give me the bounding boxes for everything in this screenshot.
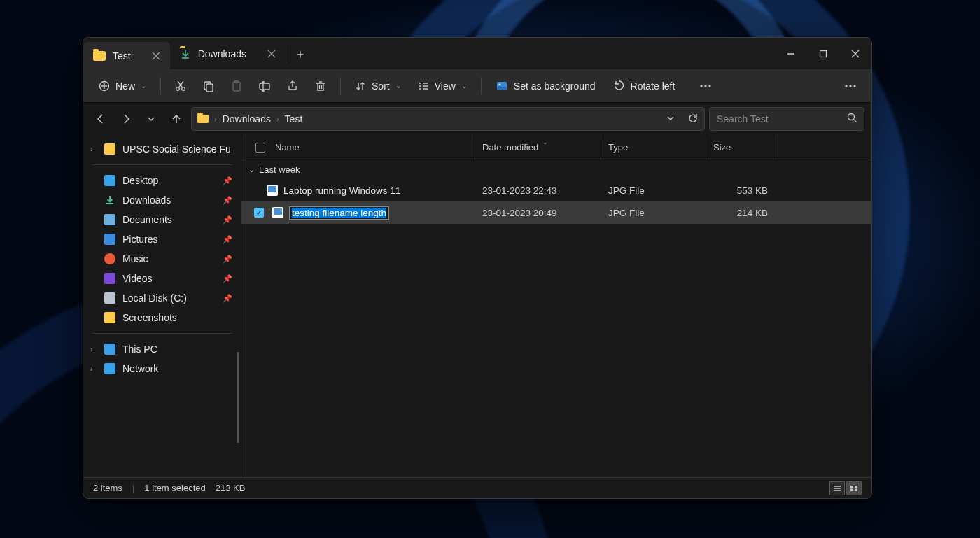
file-row[interactable]: ✓ testing filename length 23-01-2023 20:… — [241, 201, 872, 224]
folder-icon — [104, 143, 115, 155]
address-dropdown-button[interactable] — [666, 113, 675, 125]
sidebar-item-music[interactable]: Music📌 — [83, 249, 241, 269]
thumbnails-view-button[interactable] — [846, 481, 862, 495]
selection-size: 213 KB — [216, 483, 246, 493]
more-options-button[interactable] — [693, 73, 718, 99]
close-button[interactable] — [839, 38, 872, 69]
delete-button[interactable] — [308, 73, 333, 99]
chevron-down-icon: ⌄ — [461, 82, 467, 90]
pin-icon: 📌 — [223, 196, 232, 205]
rotate-left-label: Rotate left — [631, 80, 676, 92]
sidebar-item-upsc[interactable]: › UPSC Social Science Fu — [83, 139, 241, 159]
search-input[interactable] — [717, 113, 847, 125]
column-header-size[interactable]: Size — [706, 135, 774, 160]
share-button[interactable] — [280, 73, 305, 99]
new-tab-button[interactable]: ＋ — [286, 38, 314, 69]
file-name: Laptop running Windows 11 — [284, 185, 400, 196]
sidebar-item-network[interactable]: ›Network — [83, 359, 241, 378]
sidebar-item-screenshots[interactable]: Screenshots — [83, 308, 241, 327]
sidebar-item-videos[interactable]: Videos📌 — [83, 269, 241, 288]
svg-point-13 — [709, 85, 711, 87]
maximize-button[interactable] — [807, 38, 839, 69]
sidebar-item-label: Network — [122, 363, 158, 374]
chevron-down-icon: ⌄ — [396, 82, 401, 90]
search-box[interactable] — [709, 107, 864, 131]
sidebar-item-local-disk[interactable]: Local Disk (C:)📌 — [83, 288, 241, 308]
row-checkbox[interactable]: ✓ — [254, 208, 264, 218]
column-header-name[interactable]: Name — [241, 135, 475, 160]
copy-button[interactable] — [196, 73, 221, 99]
sort-label: Sort — [372, 80, 390, 92]
column-headers: Name Date modified ⌄ Type Size — [241, 135, 872, 160]
svg-rect-21 — [855, 488, 858, 491]
toolbar: New ⌄ Sort ⌄ View ⌄ Set as background Ro… — [83, 69, 872, 103]
view-label: View — [435, 80, 456, 92]
sidebar-item-label: Music — [122, 253, 148, 264]
refresh-button[interactable] — [687, 113, 699, 126]
sidebar-item-desktop[interactable]: Desktop📌 — [83, 171, 241, 190]
set-background-label: Set as background — [514, 80, 596, 92]
desktop-icon — [104, 175, 115, 186]
select-all-checkbox[interactable] — [255, 143, 265, 153]
rotate-left-button[interactable]: Rotate left — [606, 76, 682, 97]
download-icon — [104, 194, 115, 206]
chevron-right-icon[interactable]: › — [90, 345, 93, 353]
new-button[interactable]: New ⌄ — [92, 76, 153, 96]
address-bar[interactable]: › Downloads › Test — [191, 107, 705, 131]
sidebar-item-pictures[interactable]: Pictures📌 — [83, 229, 241, 249]
rename-button[interactable] — [252, 73, 277, 99]
close-tab-icon[interactable] — [152, 52, 160, 60]
status-bar: 2 items | 1 item selected 213 KB — [83, 477, 872, 498]
file-list-area: Name Date modified ⌄ Type Size ⌄ Last we… — [241, 135, 872, 477]
file-date: 23-01-2023 20:49 — [475, 208, 601, 218]
chevron-right-icon[interactable]: › — [90, 145, 93, 153]
navbar: › Downloads › Test — [83, 103, 872, 135]
svg-point-17 — [848, 114, 855, 120]
cut-button[interactable] — [168, 73, 193, 99]
sidebar: › UPSC Social Science Fu Desktop📌 Downlo… — [83, 135, 241, 477]
view-button[interactable]: View ⌄ — [411, 76, 474, 96]
forward-button[interactable] — [115, 108, 136, 129]
jpg-file-icon — [272, 207, 284, 218]
file-name: testing filename length — [292, 208, 386, 218]
set-background-button[interactable]: Set as background — [489, 76, 603, 97]
sidebar-item-downloads[interactable]: Downloads📌 — [83, 190, 241, 210]
sidebar-item-documents[interactable]: Documents📌 — [83, 210, 241, 229]
pin-icon: 📌 — [223, 294, 232, 303]
sidebar-item-label: Downloads — [122, 194, 171, 206]
chevron-down-icon: ⌄ — [248, 165, 255, 174]
column-header-type[interactable]: Type — [601, 135, 706, 160]
breadcrumb-item[interactable]: Test — [285, 113, 303, 125]
chevron-right-icon[interactable]: › — [90, 364, 93, 373]
details-view-button[interactable] — [830, 481, 845, 495]
svg-rect-5 — [206, 84, 213, 92]
file-size: 553 KB — [706, 185, 774, 196]
pin-icon: 📌 — [223, 215, 232, 225]
recent-locations-button[interactable] — [141, 108, 162, 129]
breadcrumb-item[interactable]: Downloads — [223, 113, 271, 125]
svg-point-16 — [853, 85, 855, 87]
up-button[interactable] — [166, 108, 187, 129]
sidebar-item-this-pc[interactable]: ›This PC — [83, 339, 241, 359]
titlebar-drag-area[interactable] — [314, 38, 775, 69]
item-count: 2 items — [93, 483, 122, 493]
sidebar-scrollbar[interactable] — [237, 352, 239, 443]
tab-downloads[interactable]: Downloads — [170, 38, 286, 69]
group-label: Last week — [259, 164, 300, 175]
column-header-date[interactable]: Date modified ⌄ — [475, 135, 601, 160]
sort-button[interactable]: Sort ⌄ — [348, 76, 408, 96]
svg-rect-19 — [855, 486, 858, 488]
svg-rect-18 — [850, 486, 853, 488]
overflow-button[interactable] — [838, 73, 863, 99]
search-icon — [847, 113, 857, 125]
paste-button[interactable] — [224, 73, 249, 99]
group-header[interactable]: ⌄ Last week — [241, 160, 872, 179]
rename-input[interactable]: testing filename length — [289, 206, 389, 220]
back-button[interactable] — [90, 108, 111, 129]
minimize-button[interactable] — [775, 38, 807, 69]
close-tab-icon[interactable] — [267, 50, 276, 58]
tab-label: Downloads — [198, 48, 246, 59]
file-row[interactable]: Laptop running Windows 11 23-01-2023 22:… — [241, 179, 872, 201]
document-icon — [104, 214, 115, 225]
tab-test[interactable]: Test — [83, 42, 170, 69]
